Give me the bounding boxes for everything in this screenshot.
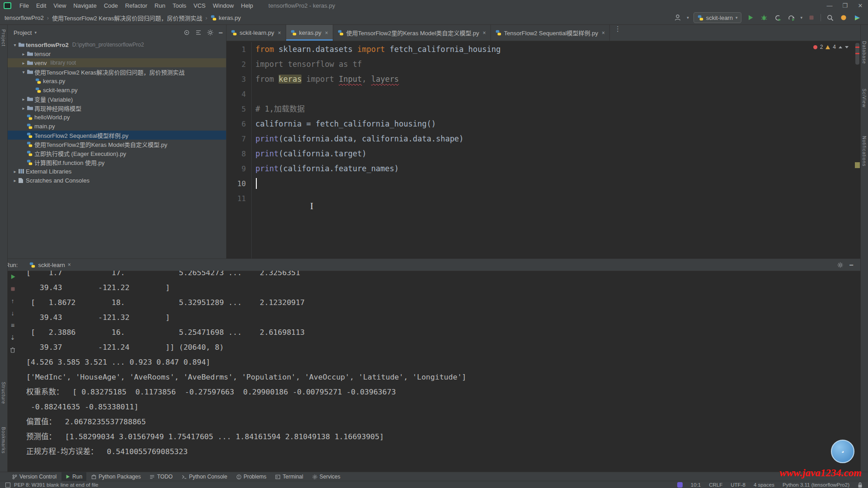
status-line-ending[interactable]: CRLF (709, 482, 722, 488)
tab--tensorflow2-keras-model-py[interactable]: 使用TensorFlow2里的Keras Model类自定义模型.py× (333, 25, 491, 41)
tab-options-icon[interactable]: ⋮ (610, 25, 626, 41)
tree-item[interactable]: ▾使用TensorFlow2 Keras解决房价回归问题，房价预测实战 (7, 67, 226, 76)
tab-sckit-learn-py[interactable]: sckit-learn.py× (226, 25, 286, 41)
settings-gear-icon[interactable] (207, 29, 213, 36)
status-indent[interactable]: 4 spaces (754, 482, 774, 488)
collapse-all-icon[interactable] (195, 29, 202, 36)
search-everywhere-icon[interactable] (826, 13, 835, 22)
menu-vcs[interactable]: VCS (190, 2, 209, 9)
stop-button[interactable] (9, 285, 17, 293)
tree-item[interactable]: ▸External Libraries (7, 167, 226, 176)
project-view-dropdown-icon[interactable]: ▾ (34, 30, 37, 35)
menu-navigate[interactable]: Navigate (70, 2, 100, 9)
tree-item[interactable]: main.py (7, 122, 226, 131)
soft-wrap-icon[interactable]: ≡ (9, 321, 17, 329)
tree-item[interactable]: ▸Scratches and Consoles (7, 176, 226, 185)
tab-tensorflow2-sequential-py[interactable]: TensorFlow2 Sequential模型样例.py× (491, 25, 610, 41)
ide-events-icon[interactable] (853, 13, 862, 22)
tree-item[interactable]: keras.py (7, 76, 226, 85)
status-encoding[interactable]: UTF-8 (731, 482, 745, 488)
menu-help[interactable]: Help (237, 2, 257, 9)
chevron-right-icon[interactable]: ▸ (12, 178, 18, 183)
tool-window-button-todo[interactable]: TODO (146, 472, 176, 481)
stripe-tab-notifications[interactable]: Notifications (862, 136, 867, 166)
up-stack-trace-icon[interactable]: ↑ (9, 297, 17, 305)
user-icon[interactable] (673, 13, 682, 22)
tree-item[interactable]: ▸tensor (7, 49, 226, 58)
tool-window-button-run[interactable]: Run (61, 472, 86, 481)
stripe-tab-bookmarks[interactable]: Bookmarks (1, 427, 6, 454)
run-configuration-select[interactable]: sckit-learn ▾ (693, 12, 742, 23)
run-options-dropdown-icon[interactable]: ▾ (800, 15, 802, 20)
hide-panel-icon[interactable]: ━ (219, 29, 222, 36)
menu-file[interactable]: File (16, 2, 33, 9)
tree-item[interactable]: ▾tensorflowPro2D:\python_pro\tensorflowP… (7, 40, 226, 49)
profiler-button[interactable] (787, 13, 796, 22)
down-stack-trace-icon[interactable]: ↓ (9, 309, 17, 317)
status-caret-position[interactable]: 10:1 (691, 482, 701, 488)
run-button[interactable] (746, 13, 755, 22)
tree-item[interactable]: ▸变量 (Variable) (7, 94, 226, 103)
chevron-right-icon[interactable]: ▸ (12, 169, 18, 174)
run-tab[interactable]: sckit-learn × (29, 262, 71, 268)
tool-window-button-terminal[interactable]: Terminal (271, 472, 307, 481)
tree-item[interactable]: ▸venvlibrary root (7, 58, 226, 67)
run-settings-gear-icon[interactable] (837, 262, 843, 268)
chevron-down-icon[interactable]: ▾ (20, 70, 27, 75)
chevron-down-icon[interactable]: ▾ (12, 42, 18, 47)
menu-tools[interactable]: Tools (169, 2, 190, 9)
chevron-right-icon[interactable]: ▸ (20, 106, 27, 111)
stripe-tab-sciview[interactable]: SciView (862, 89, 867, 108)
breadcrumb-item[interactable]: 使用TensorFlow2 Keras解决房价回归问题，房价预测实战 (52, 14, 202, 22)
breadcrumb-item[interactable]: tensorflowPro2 (5, 14, 44, 21)
error-stripe-mark[interactable] (855, 53, 859, 54)
editor-scrollbar[interactable] (854, 41, 860, 258)
debug-button[interactable] (760, 13, 769, 22)
menu-window[interactable]: Window (209, 2, 237, 9)
tree-item[interactable]: 使用TensorFlow2里的Keras Model类自定义模型.py (7, 140, 226, 149)
breadcrumb-item[interactable]: keras.py (211, 14, 241, 21)
tree-item[interactable]: sckit-learn.py (7, 85, 226, 94)
close-icon[interactable]: ✕ (853, 2, 868, 9)
stripe-tab-project[interactable]: Project (1, 29, 6, 47)
close-icon[interactable]: × (602, 30, 605, 36)
stripe-tab-structure[interactable]: Structure (1, 382, 6, 404)
locate-file-icon[interactable] (184, 29, 190, 36)
warning-stripe-mark[interactable] (855, 162, 860, 168)
close-icon[interactable]: × (278, 30, 281, 36)
rerun-button[interactable] (9, 272, 17, 281)
code-editor[interactable]: 1234567891011 from sklearn.datasets impo… (226, 41, 854, 258)
menu-edit[interactable]: Edit (33, 2, 50, 9)
maximize-icon[interactable]: ❐ (837, 2, 853, 9)
chevron-right-icon[interactable]: ▸ (20, 97, 27, 102)
tool-window-button-services[interactable]: Services (308, 472, 344, 481)
run-with-coverage-button[interactable] (773, 13, 782, 22)
menu-refactor[interactable]: Refactor (122, 2, 151, 9)
menu-code[interactable]: Code (100, 2, 122, 9)
scroll-to-end-icon[interactable]: ⇣ (9, 333, 17, 342)
tool-window-button-version-control[interactable]: Version Control (8, 472, 61, 481)
close-icon[interactable]: × (68, 262, 71, 268)
tree-item[interactable]: 计算图和tf.function 使用.py (7, 158, 226, 167)
chevron-right-icon[interactable]: ▸ (20, 52, 27, 56)
tool-window-button-python-packages[interactable]: Python Packages (87, 472, 145, 481)
clear-console-icon[interactable] (9, 346, 17, 354)
tree-item[interactable]: ▸再现神经网络模型 (7, 103, 226, 113)
minimize-icon[interactable]: — (822, 2, 837, 9)
menu-view[interactable]: View (50, 2, 70, 9)
close-icon[interactable]: × (483, 30, 486, 36)
lock-icon[interactable] (858, 482, 863, 488)
hide-panel-icon[interactable]: ━ (849, 262, 853, 268)
menu-run[interactable]: Run (151, 2, 169, 9)
inspection-status-icon[interactable] (5, 483, 10, 488)
tree-item[interactable]: helloWorld.py (7, 113, 226, 122)
stop-button[interactable] (807, 13, 816, 22)
notifications-icon[interactable] (839, 13, 848, 22)
error-stripe-mark[interactable] (855, 47, 859, 48)
user-dropdown-icon[interactable]: ▾ (687, 15, 689, 20)
stripe-tab-database[interactable]: Database (862, 41, 867, 64)
chevron-right-icon[interactable]: ▸ (20, 61, 27, 66)
tool-window-button-python-console[interactable]: Python Console (178, 472, 231, 481)
tree-item[interactable]: TensorFlow2 Sequential模型样例.py (7, 131, 226, 140)
status-interpreter[interactable]: Python 3.11 (tensorflowPro2) (783, 482, 849, 488)
